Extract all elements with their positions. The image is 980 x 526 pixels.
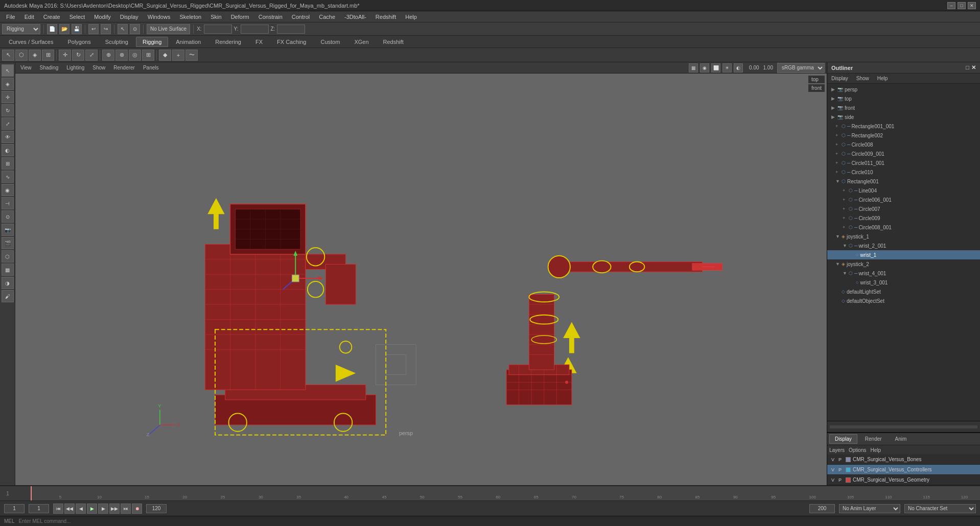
camera-left[interactable]: 📷 xyxy=(2,224,14,236)
save-icon[interactable]: 💾 xyxy=(72,24,82,34)
outliner-close-btn[interactable]: ✕ xyxy=(971,64,976,71)
outliner-item-circle011-001[interactable]: + ⬡ ─ Circle011_001 xyxy=(827,158,980,168)
menu-windows[interactable]: Windows xyxy=(144,13,175,21)
open-icon[interactable]: 📂 xyxy=(59,24,69,34)
outliner-item-line004[interactable]: + ⬡ ─ Line004 xyxy=(827,186,980,195)
set-key-btn[interactable]: ◆ xyxy=(159,50,171,61)
timeline-track[interactable]: 5 10 15 20 25 30 35 40 45 50 55 60 65 70… xyxy=(31,486,980,500)
select-icon[interactable]: ↖ xyxy=(118,24,128,34)
anim-layer-select[interactable]: No Anim Layer xyxy=(839,504,900,513)
outliner-item-side[interactable]: ▶ 📷 side xyxy=(827,112,980,122)
snap-curve-left[interactable]: ∿ xyxy=(2,171,14,183)
tab-custom[interactable]: Custom xyxy=(314,37,347,47)
menu-constrain[interactable]: Constrain xyxy=(254,13,287,21)
menu-skeleton[interactable]: Skeleton xyxy=(175,13,205,21)
tab-fx[interactable]: FX xyxy=(249,37,269,47)
outliner-item-wrist4-001[interactable]: ▼ ⬡ ─ wrist_4_001 xyxy=(827,269,980,278)
end-frame-input[interactable] xyxy=(809,504,835,513)
bones-v[interactable]: V xyxy=(829,457,836,462)
character-set-select[interactable]: No Character Set xyxy=(904,504,976,513)
snap-grid-left[interactable]: ⊞ xyxy=(2,157,14,170)
outliner-help-menu[interactable]: Help xyxy=(875,75,890,82)
axis-z-input[interactable] xyxy=(277,25,305,34)
lasso-icon[interactable]: ⊙ xyxy=(130,24,140,34)
outliner-item-rect001[interactable]: ▼ ⬡ Rectangle001 xyxy=(827,177,980,186)
current-frame-input[interactable] xyxy=(29,504,49,513)
menu-create[interactable]: Create xyxy=(39,13,64,21)
outliner-item-rect002[interactable]: + ⬡ ─ Rectangle002 xyxy=(827,131,980,140)
outliner-display-menu[interactable]: Display xyxy=(829,75,850,82)
outliner-item-top[interactable]: ▶ 📷 top xyxy=(827,94,980,103)
outliner-item-circle007[interactable]: + ⬡ ─ Circle007 xyxy=(827,204,980,213)
isolate-left[interactable]: ◐ xyxy=(2,144,14,156)
bones-p[interactable]: P xyxy=(836,457,844,462)
outliner-item-wrist1[interactable]: ○ wrist_1 xyxy=(827,250,980,259)
record-btn[interactable]: ⏺ xyxy=(132,504,142,514)
layer-bones[interactable]: V P CMR_Surgical_Versus_Bones xyxy=(827,455,980,465)
outliner-item-defaultobjectset[interactable]: ◇ defaultObjectSet xyxy=(827,296,980,305)
outliner-item-rect001-001[interactable]: + ⬡ ─ Rectangle001_001 xyxy=(827,122,980,131)
smooth-left[interactable]: ◑ xyxy=(2,277,14,289)
go-start-btn[interactable]: ⏮ xyxy=(53,504,63,514)
outliner-item-circle008-001[interactable]: + ⬡ ─ Circle008_001 xyxy=(827,223,980,232)
show-hide-left[interactable]: 👁 xyxy=(2,131,14,143)
move-btn[interactable]: ✛ xyxy=(59,50,71,61)
geometry-v[interactable]: V xyxy=(829,477,836,483)
scale-btn[interactable]: ⤢ xyxy=(85,50,98,61)
menu-file[interactable]: File xyxy=(2,13,19,21)
render-left[interactable]: 🎬 xyxy=(2,237,14,249)
tab-rendering[interactable]: Rendering xyxy=(208,37,248,47)
lasso-tool-btn[interactable]: ⬡ xyxy=(15,50,28,61)
tab-xgen[interactable]: XGen xyxy=(347,37,375,47)
prev-key-btn[interactable]: ◀◀ xyxy=(64,504,75,514)
viewport-view-menu[interactable]: View xyxy=(17,64,35,71)
tab-animation[interactable]: Animation xyxy=(169,37,207,47)
transform-btn[interactable]: ⊞ xyxy=(42,50,54,61)
outliner-item-front[interactable]: ▶ 📷 front xyxy=(827,103,980,112)
controllers-v[interactable]: V xyxy=(829,467,836,472)
light-icon[interactable]: ☀ xyxy=(722,63,732,73)
prev-frame-btn[interactable]: ◀ xyxy=(76,504,86,514)
range-end-input[interactable] xyxy=(146,504,167,513)
outliner-item-circle006-001[interactable]: + ⬡ ─ Circle006_001 xyxy=(827,195,980,204)
close-button[interactable]: ✕ xyxy=(968,2,976,9)
outliner-hscroll[interactable] xyxy=(829,425,978,429)
layers-menu[interactable]: Layers xyxy=(829,447,845,453)
outliner-item-circle010[interactable]: + ⬡ ─ Circle010 xyxy=(827,168,980,177)
channel-display-tab[interactable]: Display xyxy=(829,434,857,444)
menu-control[interactable]: Control xyxy=(288,13,314,21)
soft-sel-left[interactable]: ◉ xyxy=(2,184,14,196)
outliner-item-persp[interactable]: ▶ 📷 persp xyxy=(827,85,980,94)
tab-redshift[interactable]: Redshift xyxy=(377,37,410,47)
mel-input[interactable] xyxy=(19,518,976,524)
menu-select[interactable]: Select xyxy=(65,13,89,21)
menu-edit[interactable]: Edit xyxy=(20,13,38,21)
viewport-renderer-menu[interactable]: Renderer xyxy=(110,64,138,71)
menu-display[interactable]: Display xyxy=(116,13,143,21)
viewport-3d[interactable]: X Y Z persp top front xyxy=(15,74,827,485)
mode-select[interactable]: Rigging Modeling Animation xyxy=(2,24,40,34)
undo-icon[interactable]: ↩ xyxy=(88,24,99,34)
menu-help[interactable]: Help xyxy=(401,13,421,21)
menu-deform[interactable]: Deform xyxy=(227,13,253,21)
symmetry-left[interactable]: ⊣ xyxy=(2,197,14,209)
menu-3dto[interactable]: -3DtoAll- xyxy=(340,13,370,21)
outliner-item-joystick2[interactable]: ▼ ◈ joystick_2 xyxy=(827,259,980,269)
color-mode-select[interactable]: sRGB gamma Linear xyxy=(777,63,825,73)
axis-x-input[interactable] xyxy=(204,25,232,34)
timeline-playhead[interactable] xyxy=(31,486,32,500)
cluster-btn[interactable]: ◎ xyxy=(129,50,141,61)
ik-btn[interactable]: ⊗ xyxy=(115,50,128,61)
paint-sel-left[interactable]: ◈ xyxy=(2,78,14,90)
outliner-item-circle009[interactable]: + ⬡ ─ Circle009 xyxy=(827,213,980,223)
layer-controllers[interactable]: V P CMR_Surgical_Versus_Controllers xyxy=(827,465,980,475)
options-menu[interactable]: Options xyxy=(849,447,866,453)
rotate-left[interactable]: ↻ xyxy=(2,104,14,116)
outliner-show-menu[interactable]: Show xyxy=(854,75,871,82)
viewport-show-menu[interactable]: Show xyxy=(89,64,108,71)
maximize-button[interactable]: □ xyxy=(958,2,966,9)
outliner-item-wrist2-001[interactable]: ▼ ⬡ ─ wrist_2_001 xyxy=(827,241,980,250)
redo-icon[interactable]: ↪ xyxy=(101,24,111,34)
outliner-item-defaultlightset[interactable]: ◇ defaultLightSet xyxy=(827,287,980,296)
menu-modify[interactable]: Modify xyxy=(90,13,114,21)
